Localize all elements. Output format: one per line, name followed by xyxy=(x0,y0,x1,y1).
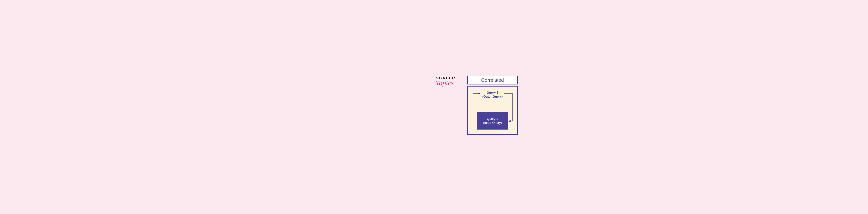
inner-query-line2: (Inner Query) xyxy=(483,121,502,125)
inner-query-line1: Query 1 xyxy=(487,117,498,121)
logo-line-2: Topics xyxy=(436,79,456,87)
outer-query-box: Query 2 (Outer Query) Query 1 (Inner Que… xyxy=(467,86,518,135)
diagram-canvas: SCALER Topics Correlated Query 2 (Outer … xyxy=(354,72,687,142)
outer-query-line1: Query 2 xyxy=(482,91,503,95)
diagram-title-box: Correlated xyxy=(467,76,518,84)
arrow-right-start-circle xyxy=(504,93,506,94)
outer-query-label: Query 2 (Outer Query) xyxy=(482,91,503,99)
diagram-title: Correlated xyxy=(481,77,504,83)
correlated-diagram: Correlated Query 2 (Outer Query) Query 1… xyxy=(467,76,518,135)
scaler-topics-logo: SCALER Topics xyxy=(436,76,456,87)
inner-query-box: Query 1 (Inner Query) xyxy=(477,112,508,130)
outer-query-line2: (Outer Query) xyxy=(482,95,503,99)
